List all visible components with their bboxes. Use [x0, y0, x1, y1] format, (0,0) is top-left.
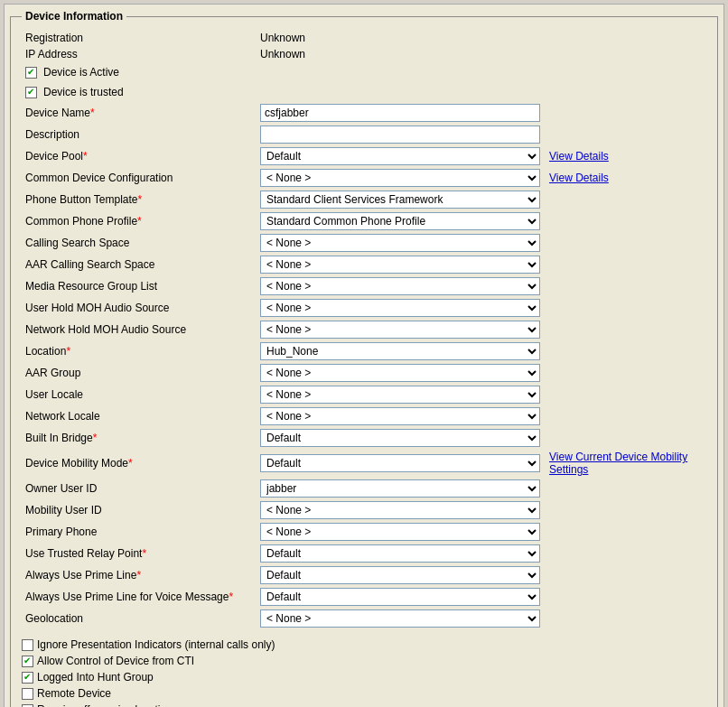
always-prime-line-select[interactable]: Default	[260, 566, 540, 584]
common-device-config-row: Common Device Configuration < None > Vie…	[22, 167, 706, 189]
calling-search-space-select[interactable]: < None >	[260, 234, 540, 252]
phone-button-template-row: Phone Button Template* Standard Client S…	[22, 189, 706, 210]
device-mobility-label: Device Mobility Mode*	[22, 449, 257, 478]
description-input[interactable]	[260, 126, 540, 144]
user-locale-row: User Locale < None >	[22, 384, 706, 405]
logged-hunt-group-checkbox-box: ✔	[22, 672, 33, 684]
require-off-premise-label: Require off-premise location	[37, 703, 173, 707]
ip-address-value: Unknown	[257, 46, 544, 62]
media-resource-select[interactable]: < None >	[260, 277, 540, 295]
built-in-bridge-row: Built In Bridge* Default	[22, 427, 706, 449]
use-trusted-relay-row: Use Trusted Relay Point* Default	[22, 543, 706, 564]
calling-search-space-label: Calling Search Space	[22, 232, 257, 254]
device-active-checkbox-label[interactable]: Device is Active	[25, 64, 703, 80]
require-off-premise-row: Require off-premise location	[22, 702, 706, 707]
mobility-user-id-select[interactable]: < None >	[260, 501, 540, 519]
ignore-presentation-checkbox-box	[22, 639, 33, 651]
device-mobility-view-link[interactable]: View Current Device Mobility Settings	[549, 451, 687, 476]
allow-control-cti-checkbox-box: ✔	[22, 656, 33, 667]
always-prime-voice-select[interactable]: Default	[260, 588, 540, 606]
always-prime-star: *	[136, 569, 141, 581]
device-pool-view-link[interactable]: View Details	[549, 150, 609, 163]
geolocation-label: Geolocation	[22, 608, 257, 629]
user-hold-moh-label: User Hold MOH Audio Source	[22, 297, 257, 319]
registration-label: Registration	[22, 30, 257, 46]
aar-calling-select[interactable]: < None >	[260, 256, 540, 274]
location-star: *	[66, 345, 70, 358]
device-name-star: *	[90, 107, 95, 119]
device-name-row: Device Name*	[22, 102, 706, 124]
common-phone-profile-select[interactable]: Standard Common Phone Profile	[260, 212, 540, 230]
owner-user-id-label: Owner User ID	[22, 478, 257, 499]
phone-button-template-select[interactable]: Standard Client Services Framework	[260, 191, 540, 209]
remote-device-checkbox-box	[22, 688, 33, 700]
logged-hunt-group-checkmark: ✔	[23, 672, 31, 682]
location-label: Location*	[22, 340, 257, 362]
device-trusted-checkbox-label[interactable]: Device is trusted	[25, 84, 703, 100]
common-device-config-view-link[interactable]: View Details	[549, 172, 609, 184]
checkboxes-section: Ignore Presentation Indicators (internal…	[22, 637, 706, 707]
aar-group-row: AAR Group < None >	[22, 362, 706, 384]
device-pool-row: Device Pool* Default View Details	[22, 145, 706, 167]
require-off-premise-checkbox-box	[22, 704, 33, 708]
mobility-user-id-label: Mobility User ID	[22, 499, 257, 521]
geolocation-select[interactable]: < None >	[260, 609, 540, 628]
common-device-config-select[interactable]: < None >	[260, 169, 540, 187]
aar-group-select[interactable]: < None >	[260, 364, 540, 382]
remote-device-row: Remote Device	[22, 685, 706, 702]
user-hold-moh-select[interactable]: < None >	[260, 299, 540, 317]
primary-phone-select[interactable]: < None >	[260, 523, 540, 541]
device-pool-select[interactable]: Default	[260, 147, 540, 165]
use-trusted-relay-label: Use Trusted Relay Point*	[22, 543, 257, 564]
always-prime-line-row: Always Use Prime Line* Default	[22, 564, 706, 586]
aar-calling-label: AAR Calling Search Space	[22, 254, 257, 275]
use-trusted-relay-star: *	[142, 547, 146, 560]
mobility-user-id-row: Mobility User ID < None >	[22, 499, 706, 521]
media-resource-row: Media Resource Group List < None >	[22, 275, 706, 297]
device-trusted-row: Device is trusted	[22, 82, 706, 102]
calling-search-space-row: Calling Search Space < None >	[22, 232, 706, 254]
description-label: Description	[22, 124, 257, 145]
network-hold-moh-row: Network Hold MOH Audio Source < None >	[22, 319, 706, 340]
device-active-checkbox-img	[25, 67, 37, 79]
remote-device-label: Remote Device	[37, 687, 111, 700]
built-in-bridge-select[interactable]: Default	[260, 429, 540, 447]
network-hold-moh-select[interactable]: < None >	[260, 321, 540, 339]
device-information-section: Device Information Registration Unknown …	[10, 10, 718, 707]
common-phone-star: *	[137, 215, 142, 228]
media-resource-label: Media Resource Group List	[22, 275, 257, 297]
allow-control-cti-row: ✔ Allow Control of Device from CTI	[22, 653, 706, 669]
device-name-input[interactable]	[260, 104, 540, 122]
device-active-row: Device is Active	[22, 62, 706, 82]
device-mobility-select[interactable]: Default	[260, 454, 540, 472]
registration-value: Unknown	[257, 30, 544, 46]
device-trusted-label: Device is trusted	[43, 86, 124, 98]
common-phone-profile-label: Common Phone Profile*	[22, 210, 257, 232]
ip-address-row: IP Address Unknown	[22, 46, 706, 62]
common-device-config-label: Common Device Configuration	[22, 167, 257, 189]
primary-phone-row: Primary Phone < None >	[22, 521, 706, 543]
aar-calling-row: AAR Calling Search Space < None >	[22, 254, 706, 275]
device-mobility-row: Device Mobility Mode* Default View Curre…	[22, 449, 706, 478]
device-active-label: Device is Active	[43, 66, 119, 79]
allow-control-cti-label: Allow Control of Device from CTI	[37, 655, 194, 667]
network-locale-select[interactable]: < None >	[260, 407, 540, 425]
owner-user-id-select[interactable]: jabber	[260, 479, 540, 498]
ip-address-label: IP Address	[22, 46, 257, 62]
ignore-presentation-row: Ignore Presentation Indicators (internal…	[22, 637, 706, 653]
device-pool-star: *	[83, 150, 88, 163]
description-row: Description	[22, 124, 706, 145]
phone-button-template-label: Phone Button Template*	[22, 189, 257, 210]
always-prime-voice-star: *	[229, 591, 233, 603]
user-locale-label: User Locale	[22, 384, 257, 405]
location-select[interactable]: Hub_None	[260, 342, 540, 360]
always-prime-voice-row: Always Use Prime Line for Voice Message*…	[22, 586, 706, 608]
always-prime-line-label: Always Use Prime Line*	[22, 564, 257, 586]
location-row: Location* Hub_None	[22, 340, 706, 362]
device-pool-label: Device Pool*	[22, 145, 257, 167]
form-table: Registration Unknown IP Address Unknown	[22, 30, 706, 629]
use-trusted-relay-select[interactable]: Default	[260, 544, 540, 563]
registration-row: Registration Unknown	[22, 30, 706, 46]
user-locale-select[interactable]: < None >	[260, 386, 540, 404]
built-in-bridge-star: *	[93, 432, 98, 444]
